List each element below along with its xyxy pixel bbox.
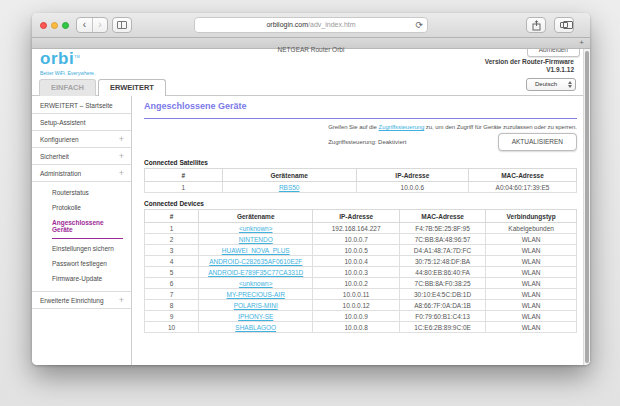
logo-tagline: Better WiFi. Everywhere.: [40, 70, 95, 76]
firmware-version-label: Version der Router-Firmware: [485, 58, 574, 66]
page-scrollbar[interactable]: [583, 49, 590, 365]
column-header: MAC-Adresse: [399, 210, 485, 223]
table-row: 8POLARIS-MINI10.0.0.12A8:66:7F:0A:DA:1BW…: [145, 300, 577, 311]
devices-table: #GerätenameIP-AdresseMAC-AdresseVerbindu…: [144, 209, 577, 333]
table-cell: D4:A1:48:7A:7D:FC: [399, 245, 485, 256]
show-all-tabs-button[interactable]: [554, 17, 574, 33]
back-button[interactable]: ‹: [77, 18, 92, 32]
table-cell: RBS50: [222, 182, 356, 193]
sidebar-item-firmware-update[interactable]: Firmware-Update: [52, 271, 123, 286]
reload-icon[interactable]: ⟳: [415, 18, 423, 32]
url-path: /adv_index.htm: [308, 21, 355, 28]
table-cell: WLAN: [486, 256, 577, 267]
sidebar-subitems: RouterstatusProtokolleAngeschlossene Ger…: [32, 182, 131, 292]
table-row: 7MY-PRECIOUS-AIR10.0.0.1130:10:E4:5C:DB:…: [145, 289, 577, 300]
table-cell: 10.0.0.2: [313, 278, 399, 289]
table-cell: 7C:BB:8A:48:96:57: [399, 234, 485, 245]
forward-button[interactable]: ›: [92, 18, 107, 32]
sidebar-item-label: Erweiterte Einrichtung: [40, 297, 104, 304]
sidebar-item-label: Administration: [40, 170, 81, 177]
select-stepper-icon: [568, 81, 572, 88]
logo-text: orbi: [40, 49, 74, 68]
table-cell: WLAN: [486, 322, 577, 333]
device-name-link[interactable]: POLARIS-MINI: [234, 302, 278, 309]
scrollbar-thumb[interactable]: [585, 51, 589, 363]
device-name-link[interactable]: SHABLAGOO: [235, 324, 276, 331]
table-cell: A0:04:60:17:39:E5: [468, 182, 576, 193]
language-select[interactable]: Deutsch: [526, 78, 576, 91]
device-name-link[interactable]: <unknown>: [239, 280, 273, 287]
table-cell: 10: [145, 322, 199, 333]
device-name-link[interactable]: ANDROID-C282635AF0610E2F: [209, 258, 302, 265]
url-domain: orbilogin.com: [266, 21, 308, 28]
share-icon: [532, 20, 541, 31]
browser-tab-title[interactable]: NETGEAR Router Orbi: [278, 46, 345, 53]
column-header: Gerätename: [199, 210, 313, 223]
orbi-logo: orbiTM Better WiFi. Everywhere.: [40, 49, 95, 76]
share-button[interactable]: [526, 17, 546, 33]
device-name-link[interactable]: MY-PRECIOUS-AIR: [227, 291, 285, 298]
table-cell: HUAWEI_NOVA_PLUS: [199, 245, 313, 256]
sidebar-item-routerstatus[interactable]: Routerstatus: [52, 185, 123, 200]
sidebar-item-konfigurieren[interactable]: Konfigurieren+: [32, 131, 131, 148]
table-cell: WLAN: [486, 267, 577, 278]
sidebar-item-angeschlossene-geräte[interactable]: Angeschlossene Geräte: [52, 215, 123, 239]
sidebar-item-erweitert-startseite[interactable]: ERWEITERT – Startseite: [32, 97, 131, 114]
close-window-button[interactable]: [40, 22, 47, 29]
table-cell: 10.0.0.8: [313, 322, 399, 333]
table-cell: <unknown>: [199, 278, 313, 289]
table-cell: IPHONY-SE: [199, 311, 313, 322]
main-content: Angeschlossene Geräte Greifen Sie auf di…: [132, 96, 590, 365]
tab-einfach[interactable]: EINFACH: [39, 79, 96, 96]
sidebar-item-passwort-festlegen[interactable]: Passwort festlegen: [52, 256, 123, 271]
table-row: 3HUAWEI_NOVA_PLUS10.0.0.5D4:A1:48:7A:7D:…: [145, 245, 577, 256]
address-bar[interactable]: orbilogin.com/adv_index.htm ⟳: [194, 17, 428, 33]
device-name-link[interactable]: IPHONY-SE: [238, 313, 273, 320]
zoom-window-button[interactable]: [62, 22, 69, 29]
device-name-link[interactable]: <unknown>: [239, 225, 273, 232]
table-cell: WLAN: [486, 289, 577, 300]
expand-icon: +: [119, 168, 124, 178]
title-divider: [144, 118, 577, 119]
new-tab-button[interactable]: +: [579, 38, 584, 48]
sidebar-item-sicherheit[interactable]: Sicherheit+: [32, 148, 131, 165]
table-cell: 10.0.0.7: [313, 234, 399, 245]
refresh-button[interactable]: AKTUALISIEREN: [498, 133, 577, 151]
expand-icon: +: [119, 151, 124, 161]
table-cell: 10.0.0.9: [313, 311, 399, 322]
sidebar-item-erweiterte-einrichtung[interactable]: Erweiterte Einrichtung+: [32, 292, 131, 309]
sidebar-item-einstellungen-sichern[interactable]: Einstellungen sichern: [52, 241, 123, 256]
device-name-link[interactable]: RBS50: [279, 184, 300, 191]
device-name-link[interactable]: HUAWEI_NOVA_PLUS: [222, 247, 290, 254]
table-header-row: #GerätenameIP-AdresseMAC-AdresseVerbindu…: [145, 210, 577, 223]
table-cell: 10.0.0.11: [313, 289, 399, 300]
desktop: { "browser": { "url_domain": "orbilogin.…: [0, 0, 620, 406]
sidebar-toggle-button[interactable]: [112, 17, 132, 33]
tab-erweitert[interactable]: ERWEITERT: [98, 79, 166, 96]
table-cell: SHABLAGOO: [199, 322, 313, 333]
sidebar-item-administration[interactable]: Administration+: [32, 165, 131, 182]
sidebar-item-protokolle[interactable]: Protokolle: [52, 200, 123, 215]
device-name-link[interactable]: ANDROID-E789F35C77CA331D: [208, 269, 303, 276]
tab-bar: NETGEAR Router Orbi +: [32, 38, 590, 49]
table-cell: 10.0.0.5: [313, 245, 399, 256]
page-body: ERWEITERT – StartseiteSetup-AssistentKon…: [32, 96, 590, 365]
sidebar-item-setup-assistent[interactable]: Setup-Assistent: [32, 114, 131, 131]
sidebar-item-label: Sicherheit: [40, 153, 69, 160]
table-cell: 192.168.164.227: [313, 223, 399, 234]
table-cell: 44:80:EB:86:40:FA: [399, 267, 485, 278]
expand-icon: +: [119, 134, 124, 144]
column-header: #: [145, 169, 223, 182]
table-cell: 3: [145, 245, 199, 256]
site-header: Abmelden orbiTM Better WiFi. Everywhere.…: [32, 49, 590, 96]
table-cell: WLAN: [486, 234, 577, 245]
column-header: Verbindungstyp: [486, 210, 577, 223]
table-cell: 30:75:12:48:DF:BA: [399, 256, 485, 267]
table-cell: 4: [145, 256, 199, 267]
device-name-link[interactable]: NINTENDO: [239, 236, 273, 243]
table-row: 4ANDROID-C282635AF0610E2F10.0.0.430:75:1…: [145, 256, 577, 267]
minimize-window-button[interactable]: [51, 22, 58, 29]
table-cell: 8: [145, 300, 199, 311]
sidebar-icon: [117, 21, 127, 29]
access-control-link[interactable]: Zugriffssteuerung: [379, 124, 425, 130]
